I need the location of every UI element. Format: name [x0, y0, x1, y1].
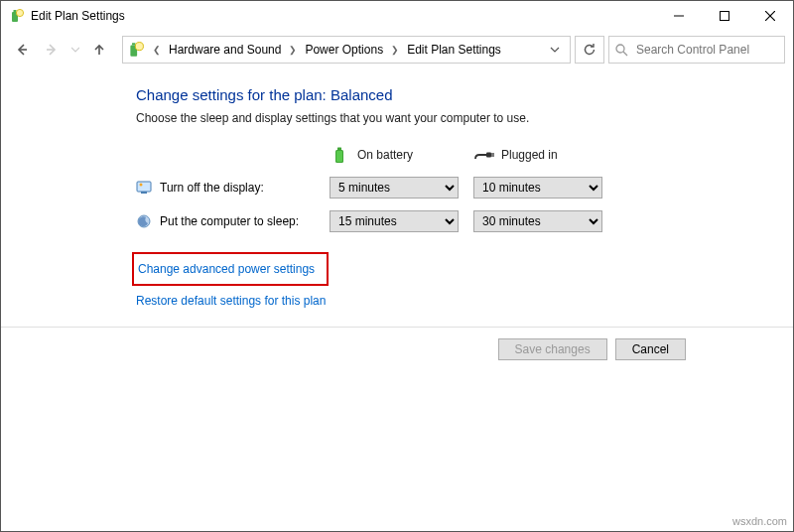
- svg-rect-17: [336, 151, 342, 162]
- window-title: Edit Plan Settings: [31, 9, 125, 23]
- column-plugged-in: Plugged in: [473, 145, 627, 165]
- chevron-right-icon[interactable]: ❯: [285, 45, 301, 55]
- content-area: Change settings for the plan: Balanced C…: [1, 68, 793, 308]
- column-on-battery: On battery: [330, 145, 473, 165]
- row-put-to-sleep: Put the computer to sleep:: [136, 213, 330, 229]
- breadcrumb-hardware[interactable]: Hardware and Sound: [166, 40, 284, 60]
- up-button[interactable]: [86, 37, 112, 63]
- navigation-bar: ❮ Hardware and Sound ❯ Power Options ❯ E…: [1, 31, 793, 68]
- links-section: Change advanced power settings Restore d…: [136, 252, 757, 308]
- breadcrumb: ❮ Hardware and Sound ❯ Power Options ❯ E…: [149, 40, 504, 60]
- link-restore-defaults[interactable]: Restore default settings for this plan: [136, 294, 326, 308]
- svg-rect-21: [137, 182, 151, 192]
- moon-icon: [136, 213, 152, 229]
- recent-dropdown[interactable]: [68, 37, 82, 63]
- breadcrumb-power[interactable]: Power Options: [302, 40, 386, 60]
- display-plugged-select[interactable]: 10 minutes: [473, 177, 602, 199]
- plug-icon: [473, 145, 493, 165]
- row-turn-off-display: Turn off the display:: [136, 180, 330, 196]
- breadcrumb-edit[interactable]: Edit Plan Settings: [404, 40, 504, 60]
- address-dropdown[interactable]: [544, 45, 566, 55]
- svg-rect-22: [141, 192, 147, 194]
- back-button[interactable]: [9, 37, 35, 63]
- sleep-battery-select[interactable]: 15 minutes: [330, 210, 459, 232]
- cancel-button[interactable]: Cancel: [615, 338, 686, 360]
- column-on-battery-label: On battery: [357, 148, 413, 162]
- chevron-right-icon[interactable]: ❯: [387, 45, 403, 55]
- page-subtext: Choose the sleep and display settings th…: [136, 111, 757, 125]
- display-icon: [136, 180, 152, 196]
- page-heading: Change settings for the plan: Balanced: [136, 86, 757, 103]
- search-box[interactable]: [608, 36, 785, 64]
- highlight-box: Change advanced power settings: [132, 252, 329, 286]
- svg-point-12: [135, 43, 143, 51]
- svg-rect-16: [337, 148, 341, 151]
- column-plugged-in-label: Plugged in: [501, 148, 558, 162]
- address-bar[interactable]: ❮ Hardware and Sound ❯ Power Options ❯ E…: [122, 36, 571, 64]
- link-advanced-power-settings[interactable]: Change advanced power settings: [138, 262, 315, 276]
- row-display-label: Turn off the display:: [160, 181, 264, 195]
- forward-button[interactable]: [39, 37, 65, 63]
- chevron-left-icon[interactable]: ❮: [149, 45, 165, 55]
- svg-rect-4: [721, 11, 729, 20]
- power-options-icon: [9, 8, 25, 24]
- watermark: wsxdn.com: [732, 515, 787, 527]
- minimize-button[interactable]: [656, 1, 702, 31]
- save-button[interactable]: Save changes: [498, 338, 607, 360]
- maximize-button[interactable]: [702, 1, 747, 31]
- svg-point-23: [140, 184, 143, 187]
- close-button[interactable]: [747, 1, 793, 31]
- svg-rect-1: [14, 10, 17, 12]
- search-input[interactable]: [634, 42, 787, 58]
- svg-rect-11: [132, 43, 135, 45]
- refresh-button[interactable]: [575, 36, 604, 64]
- svg-point-2: [16, 9, 23, 16]
- settings-grid: On battery Plugged in: [136, 145, 757, 232]
- sleep-plugged-select[interactable]: 30 minutes: [473, 210, 602, 232]
- footer-bar: Save changes Cancel: [1, 327, 793, 370]
- svg-line-14: [623, 52, 627, 56]
- row-sleep-label: Put the computer to sleep:: [160, 214, 299, 228]
- svg-point-13: [616, 45, 624, 53]
- search-icon: [615, 44, 628, 57]
- power-options-icon: [127, 41, 145, 59]
- titlebar: Edit Plan Settings: [1, 1, 793, 31]
- window-frame: Edit Plan Settings: [0, 0, 794, 532]
- svg-rect-18: [486, 153, 491, 158]
- battery-icon: [330, 145, 349, 165]
- display-battery-select[interactable]: 5 minutes: [330, 177, 459, 199]
